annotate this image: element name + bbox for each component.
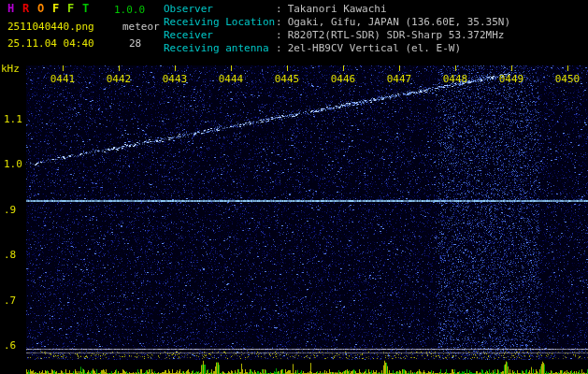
y-tick-label: .6: [4, 339, 16, 352]
info-label: Receiver: [164, 29, 276, 42]
x-tick-label: 0449: [499, 73, 524, 85]
x-tick-label: 0450: [555, 73, 581, 85]
file-name: 2511040440.png: [7, 21, 94, 33]
x-tick-label: 0447: [387, 73, 412, 85]
title-letter: O: [37, 3, 52, 15]
info-row-observer: Observer : Takanori Kawachi: [164, 3, 510, 16]
info-value: 2el-HB9CV Vertical (el. E-W): [288, 42, 461, 55]
y-axis-unit: kHz: [1, 63, 20, 75]
mode-label: meteor: [122, 21, 160, 33]
echo-count: 28: [129, 37, 141, 50]
x-tick-label: 0445: [275, 73, 300, 85]
info-value: Takanori Kawachi: [288, 3, 387, 16]
app-version: 1.0.0: [114, 4, 145, 16]
info-separator: :: [276, 29, 282, 42]
x-tick-label: 0448: [443, 73, 468, 85]
title-letter: T: [82, 3, 97, 15]
info-value: Ogaki, Gifu, JAPAN (136.60E, 35.35N): [288, 16, 510, 29]
info-row-receiving-location: Receiving Location : Ogaki, Gifu, JAPAN …: [164, 16, 510, 29]
y-tick-label: .9: [4, 204, 16, 216]
info-label: Receiving Location: [164, 16, 276, 29]
timestamp: 25.11.04 04:40: [7, 37, 94, 50]
x-tick-label: 0442: [107, 73, 132, 85]
info-label: Observer: [164, 3, 276, 16]
x-tick-label: 0441: [50, 73, 76, 85]
hrofft-output: HROFFT 1.0.0 2511040440.png meteor 25.11…: [0, 0, 588, 374]
x-tick-label: 0446: [331, 73, 356, 85]
x-tick-label: 0443: [163, 73, 188, 85]
y-tick-label: 1.1: [4, 113, 22, 125]
y-tick-label: .7: [4, 295, 16, 307]
title-letter: F: [67, 3, 82, 15]
info-separator: :: [276, 3, 282, 16]
x-tick-label: 0444: [219, 73, 244, 85]
info-row-receiver: Receiver : R820T2(RTL-SDR) SDR-Sharp 53.…: [164, 29, 510, 42]
y-tick-label: .8: [4, 249, 16, 261]
observation-info: Observer : Takanori Kawachi Receiving Lo…: [164, 3, 510, 55]
title-letter: R: [22, 3, 37, 15]
spectrogram-canvas: [0, 0, 588, 374]
y-tick-label: 1.0: [4, 158, 22, 170]
title-letter: F: [52, 3, 67, 15]
title-letter: H: [7, 3, 22, 15]
info-row-receiving-antenna: Receiving antenna : 2el-HB9CV Vertical (…: [164, 42, 510, 55]
info-separator: :: [276, 16, 282, 29]
info-label: Receiving antenna: [164, 42, 276, 55]
info-value: R820T2(RTL-SDR) SDR-Sharp 53.372MHz: [288, 29, 505, 42]
app-title: HROFFT: [7, 3, 97, 15]
info-separator: :: [276, 42, 282, 55]
